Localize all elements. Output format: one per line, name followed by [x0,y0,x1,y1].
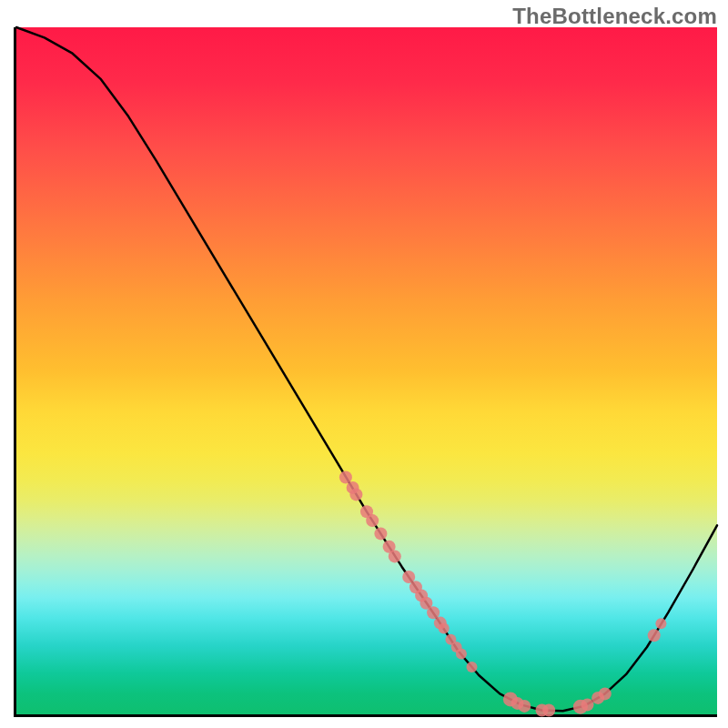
data-point [439,623,450,634]
data-point [366,514,379,527]
data-point [349,488,362,500]
watermark-text: TheBottleneck.com [512,4,717,29]
data-point [339,471,352,484]
data-point [599,687,612,700]
data-point [467,662,478,672]
plot-area [14,27,717,717]
data-point [655,618,666,629]
data-point [456,649,467,660]
bottleneck-curve [16,27,717,711]
chart-svg [16,27,717,714]
data-point [389,550,401,562]
data-point [374,527,387,540]
curve-line [16,27,717,711]
data-point [581,698,594,711]
data-point [518,700,531,713]
data-point [542,704,555,717]
data-points [339,471,667,717]
data-point [648,629,661,642]
